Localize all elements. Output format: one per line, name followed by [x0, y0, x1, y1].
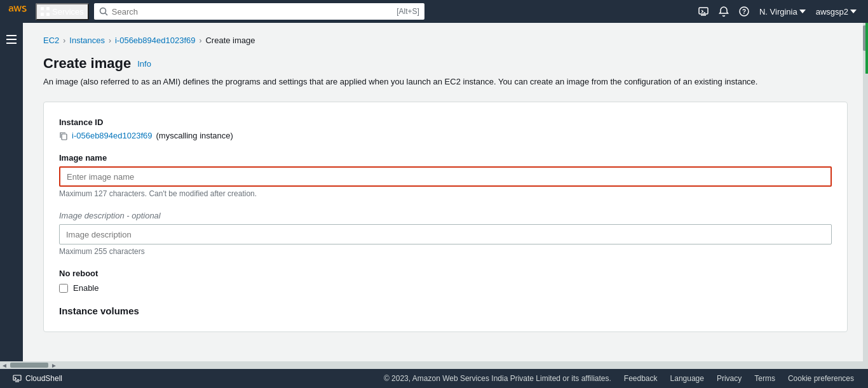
breadcrumb-sep-2: › [109, 36, 111, 45]
svg-rect-16 [62, 134, 67, 140]
bell-icon-button[interactable] [715, 3, 733, 20]
main-content: EC2 › Instances › i-056eb894ed1023f69 › … [23, 23, 868, 369]
cloudshell-icon-button[interactable] [695, 3, 712, 20]
h-scroll-thumb[interactable] [10, 363, 48, 368]
instance-id-group: Instance ID i-056eb894ed1023f69 (myscall… [59, 117, 832, 140]
svg-line-9 [702, 11, 703, 13]
search-shortcut: [Alt+S] [397, 7, 419, 16]
search-icon [99, 7, 108, 16]
breadcrumb-sep-3: › [199, 36, 201, 45]
image-name-hint: Maximum 127 characters. Can't be modifie… [59, 189, 832, 198]
scroll-right-arrow[interactable]: ► [50, 362, 58, 369]
info-link[interactable]: Info [137, 59, 151, 69]
no-reboot-title: No reboot [59, 269, 832, 278]
image-description-label: Image description - optional [59, 211, 832, 220]
breadcrumb-instance-id[interactable]: i-056eb894ed1023f69 [115, 36, 196, 45]
region-label: N. Virginia [759, 7, 797, 17]
menu-toggle-button[interactable] [3, 30, 20, 48]
instance-id-link[interactable]: i-056eb894ed1023f69 [72, 131, 153, 140]
breadcrumb-instances[interactable]: Instances [69, 36, 105, 45]
instance-id-row: i-056eb894ed1023f69 (myscalling instance… [59, 131, 832, 140]
account-label: awsgsp2 [816, 7, 848, 17]
page-description: An image (also referred to as an AMI) de… [43, 77, 848, 86]
enable-label[interactable]: Enable [73, 283, 98, 293]
page-title-row: Create image Info [43, 55, 848, 72]
vertical-scrollbar[interactable] [863, 23, 868, 369]
svg-rect-14 [6, 39, 17, 40]
svg-rect-2 [41, 13, 44, 16]
no-reboot-section: No reboot Enable [59, 269, 832, 293]
instance-volumes-title: Instance volumes [59, 305, 832, 316]
region-selector[interactable]: N. Virginia [756, 4, 810, 19]
svg-rect-3 [46, 13, 50, 16]
svg-rect-1 [46, 7, 50, 10]
chevron-down-icon [850, 10, 857, 13]
svg-rect-0 [41, 7, 44, 10]
copy-icon [59, 131, 68, 140]
horizontal-scrollbar[interactable]: ◄ ► [0, 361, 863, 369]
page-layout: EC2 › Instances › i-056eb894ed1023f69 › … [0, 23, 868, 369]
image-name-input[interactable] [59, 166, 832, 187]
svg-rect-15 [6, 43, 17, 44]
image-name-label: Image name [59, 153, 832, 163]
image-desc-optional-text: - optional [126, 211, 160, 220]
svg-point-4 [100, 8, 105, 14]
image-description-input[interactable] [59, 224, 832, 244]
services-label: Services [52, 7, 84, 17]
search-bar: [Alt+S] [94, 3, 424, 20]
enable-checkbox[interactable] [59, 284, 68, 293]
breadcrumb-ec2[interactable]: EC2 [43, 36, 59, 45]
help-icon-button[interactable]: ? [735, 3, 753, 20]
svg-line-5 [105, 13, 107, 16]
instance-name: (myscalling instance) [156, 131, 233, 140]
instance-id-label: Instance ID [59, 117, 832, 127]
nav-right: ? N. Virginia awsgsp2 [695, 3, 860, 20]
aws-logo[interactable] [8, 5, 28, 18]
svg-text:?: ? [742, 8, 746, 15]
chevron-down-icon [799, 10, 806, 13]
services-menu-button[interactable]: Services [36, 3, 89, 20]
page-title: Create image [43, 55, 131, 72]
image-description-hint: Maximum 255 characters [59, 247, 832, 256]
scroll-accent [865, 23, 868, 74]
account-menu[interactable]: awsgsp2 [812, 4, 860, 19]
svg-rect-13 [6, 35, 17, 36]
enable-checkbox-row: Enable [59, 283, 832, 293]
instance-volumes-section: Instance volumes [59, 305, 832, 316]
image-desc-label-text: Image description [59, 211, 125, 220]
sidebar-toggle [0, 23, 23, 369]
svg-rect-6 [699, 8, 708, 14]
top-nav: Services [Alt+S] [0, 0, 868, 23]
scroll-left-arrow[interactable]: ◄ [0, 362, 9, 369]
breadcrumb: EC2 › Instances › i-056eb894ed1023f69 › … [43, 36, 848, 45]
breadcrumb-current: Create image [205, 36, 255, 45]
image-name-group: Image name Maximum 127 characters. Can't… [59, 153, 832, 198]
search-input[interactable] [112, 7, 393, 17]
breadcrumb-sep-1: › [63, 36, 65, 45]
form-card: Instance ID i-056eb894ed1023f69 (myscall… [43, 102, 848, 332]
image-description-group: Image description - optional Maximum 255… [59, 211, 832, 256]
